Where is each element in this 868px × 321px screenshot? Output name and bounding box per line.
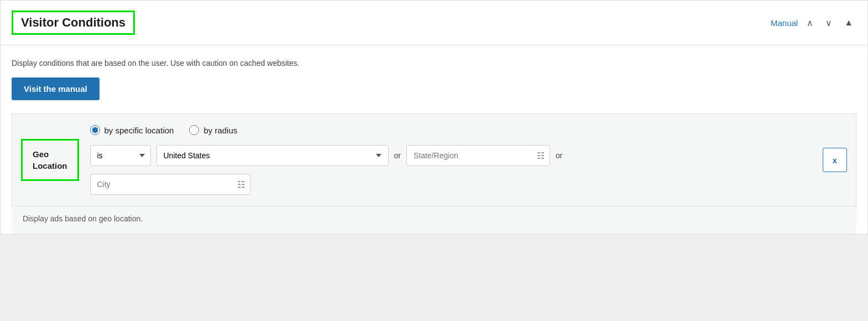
radio-row: by specific location by radius [90,125,848,135]
visit-manual-button[interactable]: Visit the manual [12,77,100,100]
fields-row: is is not United States Canada United Ki… [90,145,848,166]
visitor-conditions-panel: Visitor Conditions Manual ∧ ∨ ▲ Display … [0,0,868,235]
condition-content: by specific location by radius is is not… [90,125,848,195]
arrow-up-button[interactable]: ∧ [803,15,817,30]
geo-description: Display ads based on geo location. [12,206,856,234]
arrow-collapse-button[interactable]: ▲ [841,15,856,30]
panel-body: Display conditions that are based on the… [1,45,867,234]
remove-condition-button[interactable]: x [823,148,847,172]
or-label-1: or [394,151,401,160]
country-select[interactable]: United States Canada United Kingdom [156,145,389,166]
city-row: ☷ [90,174,848,195]
geo-location-label: Geo Location [21,139,79,181]
geo-condition-block: Geo Location by specific location by rad… [12,113,856,206]
description-text: Display conditions that are based on the… [12,59,856,68]
city-field-wrapper: ☷ [90,174,250,195]
manual-link[interactable]: Manual [771,18,798,28]
panel-title: Visitor Conditions [12,11,135,35]
arrow-down-button[interactable]: ∨ [822,15,835,30]
radio-radius-input[interactable] [189,125,199,135]
city-input[interactable] [90,174,250,195]
state-region-input[interactable] [406,145,550,166]
or-label-2: or [556,151,562,160]
panel-header: Visitor Conditions Manual ∧ ∨ ▲ [1,1,867,45]
panel-header-controls: Manual ∧ ∨ ▲ [771,15,856,30]
radio-by-radius[interactable]: by radius [189,125,237,135]
radio-specific-input[interactable] [90,125,100,135]
state-region-field-wrapper: ☷ [406,145,550,166]
radio-specific-location[interactable]: by specific location [90,125,174,135]
is-select[interactable]: is is not [90,145,151,166]
